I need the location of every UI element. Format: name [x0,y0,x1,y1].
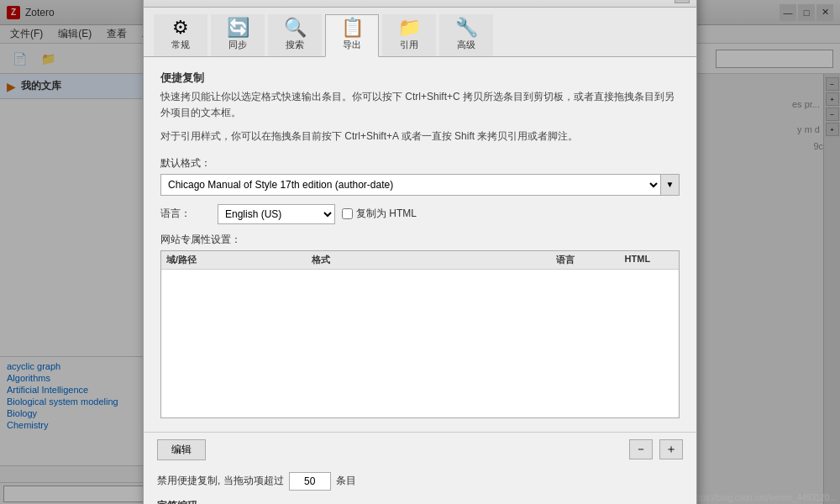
copy-html-checkbox[interactable] [342,208,353,219]
dialog-tabs: ⚙ 常规 🔄 同步 🔍 搜索 📋 导出 📁 引用 [144,8,696,57]
main-window: Z Zotero — □ ✕ 文件(F) 编辑(E) 查看 工具(I) 帮助(H… [0,0,840,504]
col-lang: 语言 [528,254,601,266]
char-encoding-section: 字符编码 [144,499,696,504]
section-desc-2: 对于引用样式，你可以在拖拽条目前按下 Ctrl+Shift+A 或者一直按 Sh… [160,129,680,144]
language-row: 语言： English (US) 复制为 HTML [160,204,680,224]
dialog-bottom: 编辑 － ＋ [144,432,696,467]
tab-cite[interactable]: 📁 引用 [382,14,436,56]
section-title: 便捷复制 [160,71,680,86]
dialog-title-bar: Zotero 首选项 ✕ [144,0,696,8]
default-format-label: 默认格式： [160,156,680,171]
dialog-footer: 禁用便捷复制, 当拖动项超过 条目 [144,467,696,499]
sync-tab-label: 同步 [228,39,247,51]
search-tab-icon: 🔍 [284,18,307,37]
export-tab-icon: 📋 [341,18,364,37]
col-html: HTML [601,254,674,266]
default-format-section: 默认格式： Chicago Manual of Style 17th editi… [160,156,680,196]
tab-sync[interactable]: 🔄 同步 [211,14,265,56]
language-select[interactable]: English (US) [218,204,335,224]
advanced-tab-icon: 🔧 [455,18,478,37]
disable-label: 禁用便捷复制, 当拖动项超过 [157,474,284,488]
col-format: 格式 [312,254,529,266]
tab-export[interactable]: 📋 导出 [325,14,379,57]
website-table: 域/路径 格式 语言 HTML [160,250,680,418]
section-desc-1: 快速拷贝能让你以选定格式快速输出条目。你可以按下 Ctrl+Shift+C 拷贝… [160,89,680,121]
search-tab-label: 搜索 [286,39,304,51]
export-tab-label: 导出 [343,39,361,51]
tab-search[interactable]: 🔍 搜索 [268,14,322,56]
quick-copy-section: 便捷复制 快速拷贝能让你以选定格式快速输出条目。你可以按下 Ctrl+Shift… [160,71,680,144]
default-format-select[interactable]: Chicago Manual of Style 17th edition (au… [160,174,661,196]
dialog-export-content: 便捷复制 快速拷贝能让你以选定格式快速输出条目。你可以按下 Ctrl+Shift… [144,57,696,432]
dropdown-arrow-icon[interactable]: ▼ [661,174,680,196]
modal-overlay: Zotero 首选项 ✕ ⚙ 常规 🔄 同步 🔍 搜索 📋 [0,0,840,504]
cite-tab-label: 引用 [400,39,418,51]
limit-unit-label: 条目 [336,474,356,488]
tab-advanced[interactable]: 🔧 高级 [439,14,493,56]
cite-tab-icon: 📁 [398,18,421,37]
website-table-header: 域/路径 格式 语言 HTML [161,251,679,270]
minus-button[interactable]: － [629,439,653,459]
plus-button[interactable]: ＋ [659,439,683,459]
dialog-close-button[interactable]: ✕ [675,0,690,3]
language-label: 语言： [160,207,211,221]
copy-html-label: 复制为 HTML [342,207,417,221]
website-table-body [161,270,679,417]
limit-input[interactable] [289,472,331,491]
website-settings-section: 网站专属性设置： 域/路径 格式 语言 HTML [160,233,680,418]
general-tab-icon: ⚙ [172,18,189,37]
general-tab-label: 常规 [171,39,190,51]
default-format-row: Chicago Manual of Style 17th edition (au… [160,174,680,196]
dialog-title: Zotero 首选项 [150,0,215,3]
website-section-title: 网站专属性设置： [160,233,680,247]
tab-general[interactable]: ⚙ 常规 [154,14,207,56]
copy-html-text: 复制为 HTML [356,207,417,221]
col-path: 域/路径 [166,254,312,266]
edit-button[interactable]: 编辑 [157,439,206,460]
sync-tab-icon: 🔄 [227,18,249,37]
advanced-tab-label: 高级 [457,39,475,51]
preferences-dialog: Zotero 首选项 ✕ ⚙ 常规 🔄 同步 🔍 搜索 📋 [143,0,697,504]
char-encoding-title: 字符编码 [157,500,197,504]
